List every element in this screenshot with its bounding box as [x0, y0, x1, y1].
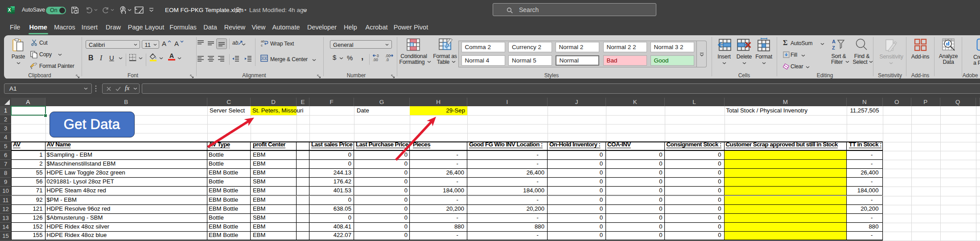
- font-name-combo[interactable]: Calibri: [86, 40, 140, 49]
- column-header-D[interactable]: D: [251, 98, 296, 107]
- format-painter-label[interactable]: Format Painter: [39, 63, 74, 69]
- style-chip-normal-2-2[interactable]: Normal 2 2: [603, 42, 647, 52]
- bold-button[interactable]: B: [88, 54, 94, 62]
- save-icon[interactable]: [71, 6, 79, 14]
- table-cell[interactable]: [296, 160, 309, 169]
- formula-input[interactable]: [142, 83, 980, 94]
- format-as-table-chevron-icon[interactable]: [452, 61, 456, 63]
- wrap-text-icon[interactable]: ab c: [261, 39, 268, 47]
- style-chip-comma-2[interactable]: Comma 2: [461, 42, 505, 52]
- table-cell[interactable]: 20,200: [847, 205, 883, 214]
- table-cell[interactable]: 2: [11, 160, 45, 169]
- table-header-cell[interactable]: Last sales Price: [309, 142, 354, 151]
- table-cell[interactable]: 176.42: [309, 178, 354, 187]
- table-cell[interactable]: HDPE Ridex 48oz silver: [45, 223, 208, 232]
- merge-center-chevron-icon[interactable]: [312, 59, 316, 62]
- ribbon-tab-view[interactable]: View: [251, 20, 265, 35]
- cell-C1[interactable]: Server Select: [210, 106, 245, 115]
- table-cell[interactable]: 155: [11, 232, 45, 241]
- cut-icon[interactable]: [31, 39, 37, 46]
- comma-style-icon[interactable]: ,: [361, 52, 363, 62]
- row-header-3[interactable]: 3: [0, 124, 11, 133]
- table-cell[interactable]: [296, 223, 309, 232]
- merge-center-icon[interactable]: [260, 54, 268, 62]
- table-header-cell[interactable]: profit Center: [251, 142, 296, 151]
- align-bottom-button-selected[interactable]: [216, 38, 227, 49]
- table-header-cell[interactable]: AV Name: [45, 142, 208, 151]
- row-header-7[interactable]: 7: [0, 160, 11, 169]
- table-cell[interactable]: 152: [11, 223, 45, 232]
- table-cell[interactable]: 20,200: [467, 205, 548, 214]
- fill-label[interactable]: Fill: [791, 52, 797, 58]
- clear-chevron-icon[interactable]: [806, 66, 810, 69]
- percent-style-icon[interactable]: %: [347, 54, 353, 62]
- fill-color-chevron-icon[interactable]: [159, 57, 163, 60]
- table-header-cell[interactable]: TT in Stock :: [847, 142, 883, 151]
- table-cell[interactable]: 0: [665, 178, 725, 187]
- table-cell[interactable]: -: [847, 214, 883, 223]
- ribbon-tab-data[interactable]: Data: [203, 20, 217, 35]
- table-cell[interactable]: 0: [309, 160, 354, 169]
- table-header-cell[interactable]: Customer Scrap approved but still in Sto…: [725, 142, 847, 151]
- table-cell[interactable]: [725, 223, 847, 232]
- increase-indent-icon[interactable]: [244, 56, 251, 62]
- table-cell[interactable]: [725, 205, 847, 214]
- row-header-9[interactable]: 9: [0, 178, 11, 187]
- table-cell[interactable]: 0: [606, 196, 665, 205]
- column-header-B[interactable]: B: [45, 98, 208, 107]
- insert-cells-chevron-icon[interactable]: [722, 62, 726, 65]
- table-cell[interactable]: 0: [665, 187, 725, 195]
- analyze-data-label-2[interactable]: Data: [943, 59, 954, 65]
- table-cell[interactable]: 0: [606, 214, 665, 223]
- cell-N1[interactable]: 11,257,505: [847, 106, 879, 115]
- get-data-button[interactable]: Get Data: [49, 112, 135, 137]
- table-cell[interactable]: 0: [548, 196, 606, 205]
- table-cell[interactable]: 0: [548, 214, 606, 223]
- format-as-table-icon[interactable]: [439, 38, 453, 52]
- ribbon-tab-insert[interactable]: Insert: [82, 20, 98, 35]
- table-cell[interactable]: -: [410, 178, 467, 187]
- fill-down-icon[interactable]: [783, 51, 790, 58]
- table-cell[interactable]: 0: [548, 160, 606, 169]
- table-cell[interactable]: 0: [354, 214, 410, 223]
- ribbon-tab-developer[interactable]: Developer: [307, 20, 337, 35]
- table-cell[interactable]: 184,000: [847, 187, 883, 195]
- column-header-I[interactable]: I: [467, 98, 548, 107]
- table-cell[interactable]: 0: [354, 187, 410, 195]
- create-pdf-icon[interactable]: [976, 38, 980, 51]
- table-cell[interactable]: 0: [606, 169, 665, 178]
- name-box[interactable]: A1: [4, 83, 92, 94]
- table-cell[interactable]: 0: [309, 151, 354, 160]
- table-cell[interactable]: 0: [354, 160, 410, 169]
- ribbon-tab-formulas[interactable]: Formulas: [169, 20, 196, 35]
- table-cell[interactable]: -: [467, 196, 548, 205]
- column-header-H[interactable]: H: [410, 98, 467, 107]
- table-cell[interactable]: -: [410, 232, 467, 241]
- excel-logo-icon[interactable]: X: [7, 6, 15, 14]
- ribbon-tab-review[interactable]: Review: [224, 20, 246, 35]
- table-cell[interactable]: -: [467, 160, 548, 169]
- table-cell[interactable]: EBM: [251, 205, 296, 214]
- increase-font-icon[interactable]: A: [162, 40, 166, 47]
- font-color-chevron-icon[interactable]: [177, 57, 181, 60]
- table-cell[interactable]: EBM: [251, 151, 296, 160]
- table-cell[interactable]: 0: [665, 232, 725, 241]
- table-cell[interactable]: -: [410, 151, 467, 160]
- decrease-decimal-icon[interactable]: .00 .0: [385, 54, 394, 62]
- autosum-chevron-icon[interactable]: [820, 43, 824, 46]
- table-cell[interactable]: EBM Bottle: [207, 196, 251, 205]
- table-cell[interactable]: 0: [606, 187, 665, 195]
- table-cell[interactable]: 0: [548, 223, 606, 232]
- row-header-13[interactable]: 13: [0, 214, 11, 223]
- style-chip-good[interactable]: Good: [651, 55, 694, 66]
- table-cell[interactable]: 0: [354, 205, 410, 214]
- row-header-10[interactable]: 10: [0, 187, 11, 195]
- underline-chevron-icon[interactable]: [119, 57, 123, 60]
- add-ins-button-label[interactable]: Add-ins: [911, 54, 929, 60]
- column-header-M[interactable]: M: [725, 98, 847, 107]
- table-cell[interactable]: 0: [606, 205, 665, 214]
- select-all-corner[interactable]: [4, 100, 10, 105]
- table-cell[interactable]: $PM - EBM: [45, 196, 208, 205]
- column-header-N[interactable]: N: [847, 98, 883, 107]
- create-pdf-label-2[interactable]: a PDF: [973, 60, 980, 66]
